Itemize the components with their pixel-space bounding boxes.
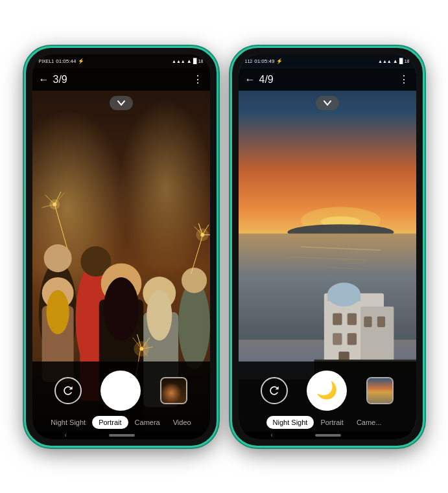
- chevron-down-icon-2: [323, 100, 332, 106]
- thumbnail-button-2[interactable]: [366, 377, 394, 404]
- svg-point-22: [49, 200, 60, 210]
- battery-level-2: 18: [405, 59, 410, 63]
- svg-point-15: [181, 268, 206, 293]
- mode-night-sight-1[interactable]: Night Sight: [44, 416, 92, 429]
- shutter-inner-1: [104, 374, 137, 407]
- status-time-2: 01:05:49: [254, 58, 274, 64]
- status-sim: PIXEL1: [39, 59, 54, 63]
- dropdown-button-1[interactable]: [110, 96, 133, 110]
- shutter-button-1[interactable]: [100, 371, 141, 411]
- status-sim-2: 112: [245, 59, 253, 63]
- home-bar-1[interactable]: [109, 434, 135, 437]
- status-left-2: 112 01:05:49 ⚡: [245, 58, 283, 64]
- refresh-icon-1: [62, 384, 75, 397]
- status-bolt-2: ⚡: [276, 58, 283, 64]
- photo-counter-1: 3/9: [53, 74, 193, 86]
- battery-level: 18: [198, 59, 204, 63]
- svg-point-14: [178, 281, 210, 369]
- home-bar-2[interactable]: [315, 434, 341, 437]
- mode-camera-1[interactable]: Camera: [128, 416, 167, 429]
- svg-point-37: [196, 229, 209, 242]
- thumbnail-image-2: [368, 378, 392, 403]
- status-right-2: ▲▲▲ ▲ ▉ 18: [378, 58, 410, 64]
- svg-point-10: [103, 277, 139, 341]
- night-shutter-button-2[interactable]: 🌙: [307, 371, 347, 411]
- phone-1: PIXEL1 01:05:44 ⚡ ▲▲▲ ▲ ▉ 18 ← 3/9 ⋮: [24, 46, 218, 448]
- thumbnail-button-1[interactable]: [160, 377, 187, 404]
- svg-point-47: [327, 282, 360, 306]
- status-right-1: ▲▲▲ ▲ ▉ 18: [172, 58, 204, 64]
- svg-rect-55: [364, 316, 371, 327]
- moon-icon-2: 🌙: [316, 380, 337, 400]
- battery-icon: ▉: [193, 58, 197, 64]
- svg-rect-49: [333, 313, 342, 325]
- phone-2-outer: 112 01:05:49 ⚡ ▲▲▲ ▲ ▉ 18 ← 4/9 ⋮: [230, 46, 425, 448]
- svg-point-30: [134, 341, 148, 356]
- mode-portrait-1[interactable]: Portrait: [92, 416, 128, 429]
- wifi-icon: ▲: [187, 58, 192, 64]
- svg-line-16: [54, 204, 67, 249]
- svg-point-13: [147, 290, 172, 341]
- refresh-button-1[interactable]: [54, 377, 82, 404]
- mode-video-1[interactable]: Video: [167, 416, 198, 429]
- back-button-2[interactable]: ←: [245, 74, 255, 86]
- phone-2: 112 01:05:49 ⚡ ▲▲▲ ▲ ▉ 18 ← 4/9 ⋮: [230, 46, 425, 448]
- nav-bar-2: ← 4/9 ⋮: [239, 69, 416, 91]
- refresh-icon-2: [268, 384, 281, 397]
- nav-back-bottom-2[interactable]: ‹: [271, 431, 273, 439]
- refresh-button-2[interactable]: [261, 377, 288, 404]
- dropdown-button-2[interactable]: [316, 96, 339, 110]
- camera-controls-1: Night Sight Portrait Camera Video ‹: [32, 361, 210, 439]
- thumbnail-image-1: [161, 378, 186, 403]
- svg-rect-56: [377, 316, 384, 327]
- photo-counter-2: 4/9: [259, 74, 399, 86]
- more-button-1[interactable]: ⋮: [193, 73, 204, 86]
- back-button-1[interactable]: ←: [39, 74, 49, 86]
- bottom-bar-2: ‹: [239, 431, 416, 439]
- status-time-1: 01:05:44: [56, 58, 76, 64]
- svg-rect-51: [333, 333, 342, 345]
- shutter-row-2: 🌙: [239, 361, 416, 416]
- svg-rect-50: [347, 313, 356, 325]
- signal-icon-2: ▲▲▲: [378, 59, 392, 63]
- signal-icon: ▲▲▲: [172, 59, 185, 63]
- status-bolt: ⚡: [78, 58, 84, 64]
- bottom-bar-1: ‹: [32, 431, 210, 439]
- camera-controls-2: 🌙 Night Sight Portrait Came... ‹: [239, 361, 416, 439]
- phone-2-screen: 112 01:05:49 ⚡ ▲▲▲ ▲ ▉ 18 ← 4/9 ⋮: [239, 54, 416, 439]
- wifi-icon-2: ▲: [393, 58, 398, 64]
- chevron-down-icon-1: [117, 100, 126, 106]
- mode-night-sight-2[interactable]: Night Sight: [266, 416, 314, 429]
- mode-row-1: Night Sight Portrait Camera Video: [32, 416, 210, 431]
- status-bar-1: PIXEL1 01:05:44 ⚡ ▲▲▲ ▲ ▉ 18: [32, 54, 210, 69]
- status-left-1: PIXEL1 01:05:44 ⚡: [39, 58, 85, 64]
- svg-rect-48: [327, 294, 360, 301]
- mode-row-2: Night Sight Portrait Came...: [239, 416, 416, 431]
- battery-icon-2: ▉: [399, 58, 403, 64]
- status-bar-2: 112 01:05:49 ⚡ ▲▲▲ ▲ ▉ 18: [239, 54, 416, 69]
- mode-camera-2[interactable]: Came...: [350, 416, 388, 429]
- svg-rect-52: [347, 333, 356, 345]
- nav-back-bottom-1[interactable]: ‹: [65, 431, 67, 439]
- mode-portrait-2[interactable]: Portrait: [314, 416, 349, 429]
- phone-1-outer: PIXEL1 01:05:44 ⚡ ▲▲▲ ▲ ▉ 18 ← 3/9 ⋮: [24, 46, 218, 448]
- nav-bar-1: ← 3/9 ⋮: [32, 69, 210, 91]
- more-button-2[interactable]: ⋮: [399, 73, 410, 86]
- svg-point-4: [46, 290, 69, 335]
- phone-1-screen: PIXEL1 01:05:44 ⚡ ▲▲▲ ▲ ▉ 18 ← 3/9 ⋮: [32, 54, 210, 439]
- shutter-row-1: [32, 361, 210, 416]
